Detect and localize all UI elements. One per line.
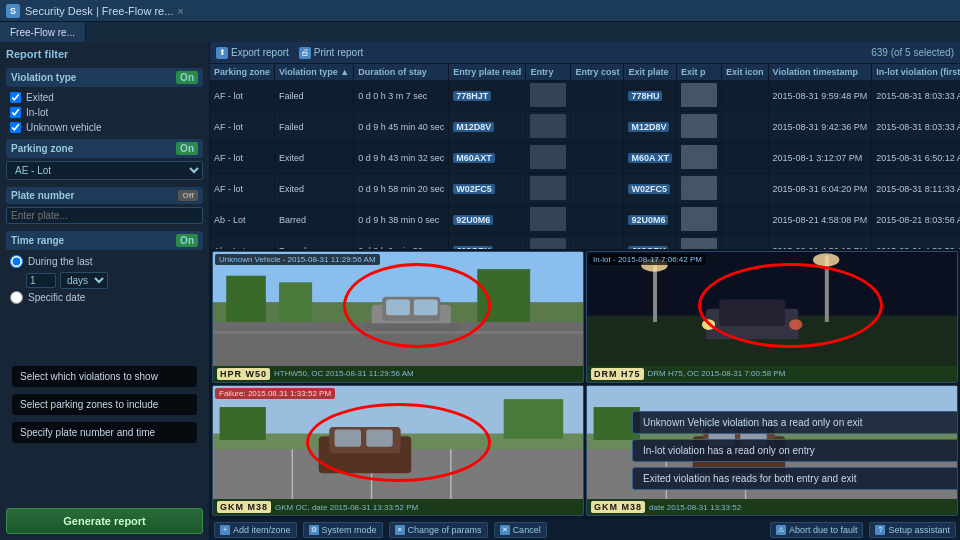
svg-rect-10 bbox=[414, 300, 438, 316]
system-icon: ⚙ bbox=[309, 525, 319, 535]
col-parking-zone[interactable]: Parking zone bbox=[210, 64, 275, 81]
add-icon: + bbox=[220, 525, 230, 535]
svg-rect-26 bbox=[220, 407, 266, 440]
parking-zone-section: Parking zone On bbox=[6, 139, 203, 158]
checkbox-unknown-item: Unknown vehicle bbox=[6, 120, 203, 135]
sidebar: Report filter Violation type On Exited I… bbox=[0, 42, 210, 540]
annotation-plate: Specify plate number and time bbox=[12, 422, 197, 443]
toolbar: ⬆ Export report 🖨 Print report 639 (of 5… bbox=[210, 42, 960, 64]
col-entry-cost[interactable]: Entry cost bbox=[571, 64, 624, 81]
camera-cell-4: GKM M38 date 2015-08-31 13:33:52 Unknown… bbox=[586, 385, 958, 517]
parking-zone-toggle[interactable]: On bbox=[176, 142, 198, 155]
setup-icon: ? bbox=[875, 525, 885, 535]
time-range-toggle[interactable]: On bbox=[176, 234, 198, 247]
abort-button[interactable]: ⚠ Abort due to fault bbox=[770, 522, 864, 538]
tab-free-flow[interactable]: Free-Flow re... bbox=[0, 22, 86, 42]
plate-toggle[interactable]: Off bbox=[178, 190, 198, 201]
app-icon: S bbox=[6, 4, 20, 18]
plate-info-2: DRM H75, OC 2015-08-31 7:00:58 PM bbox=[648, 369, 786, 378]
days-unit-select[interactable]: days bbox=[60, 272, 108, 289]
svg-rect-11 bbox=[213, 331, 583, 334]
camera-label-3: Failure: 2015.08.31 1:33:52 PM bbox=[215, 388, 335, 399]
plate-input[interactable] bbox=[6, 207, 203, 224]
svg-rect-44 bbox=[709, 429, 735, 446]
violation-type-section: Violation type On bbox=[6, 68, 203, 87]
change-params-button[interactable]: ≡ Change of params bbox=[389, 522, 488, 538]
cancel-button[interactable]: ✕ Cancel bbox=[494, 522, 547, 538]
table-row[interactable]: AF - lotFailed0 d 0 h 3 m 7 sec 778HJT 7… bbox=[210, 81, 960, 112]
record-count: 639 (of 5 selected) bbox=[871, 47, 954, 58]
svg-rect-35 bbox=[366, 429, 392, 446]
table-row[interactable]: AF - lotExited0 d 9 h 43 min 32 sec M60A… bbox=[210, 143, 960, 174]
camera-img-4 bbox=[587, 386, 957, 500]
export-icon: ⬆ bbox=[216, 47, 228, 59]
svg-point-21 bbox=[702, 319, 715, 330]
plate-info-4: date 2015-08-31 13:33:52 bbox=[649, 503, 741, 512]
svg-rect-27 bbox=[504, 399, 563, 439]
generate-report-button[interactable]: Generate report bbox=[6, 508, 203, 534]
table-row[interactable]: Ab - LotBarred0 d 0 h 9 min 30 sec J08GP… bbox=[210, 236, 960, 250]
violation-type-label: Violation type bbox=[11, 72, 76, 83]
table-row[interactable]: AF - lotFailed0 d 9 h 45 min 40 sec M12D… bbox=[210, 112, 960, 143]
tab-close[interactable]: × bbox=[177, 5, 183, 17]
time-range-label: Time range bbox=[11, 235, 64, 246]
system-mode-button[interactable]: ⚙ System mode bbox=[303, 522, 383, 538]
checkbox-inlot[interactable] bbox=[10, 107, 21, 118]
print-button[interactable]: 🖨 Print report bbox=[299, 47, 363, 59]
svg-rect-45 bbox=[740, 429, 766, 446]
violations-table: Parking zone Violation type ▲ Duration o… bbox=[210, 64, 960, 249]
annotation-zones: Select parking zones to include bbox=[12, 394, 197, 415]
svg-rect-9 bbox=[386, 300, 410, 316]
filter-title: Report filter bbox=[6, 48, 203, 60]
col-duration[interactable]: Duration of stay bbox=[354, 64, 449, 81]
checkbox-inlot-label: In-lot bbox=[26, 107, 48, 118]
table-row[interactable]: Ab - LotBarred0 d 9 h 38 min 0 sec 92U0M… bbox=[210, 205, 960, 236]
svg-rect-23 bbox=[587, 339, 957, 365]
col-entry-thumb: Entry bbox=[526, 64, 571, 81]
time-range-section: Time range On bbox=[6, 231, 203, 250]
camera-img-1 bbox=[213, 252, 583, 366]
specific-date-label: Specific date bbox=[28, 292, 85, 303]
checkbox-unknown[interactable] bbox=[10, 122, 21, 133]
col-exit-icon: Exit icon bbox=[722, 64, 769, 81]
col-inlot-violation[interactable]: In-lot violation (first... bbox=[872, 64, 960, 81]
camera-img-3 bbox=[213, 386, 583, 500]
checkbox-inlot-item: In-lot bbox=[6, 105, 203, 120]
parking-zone-select[interactable]: AE - Lot bbox=[6, 161, 203, 180]
content-area: ⬆ Export report 🖨 Print report 639 (of 5… bbox=[210, 42, 960, 540]
during-last-radio[interactable] bbox=[10, 255, 23, 268]
checkbox-exited[interactable] bbox=[10, 92, 21, 103]
svg-rect-20 bbox=[719, 300, 785, 326]
plate-tag-2: DRM H75 bbox=[591, 368, 644, 380]
svg-rect-3 bbox=[226, 276, 266, 322]
days-row: days bbox=[6, 272, 203, 289]
col-exit-plate[interactable]: Exit plate bbox=[624, 64, 677, 81]
export-button[interactable]: ⬆ Export report bbox=[216, 47, 289, 59]
violations-table-container[interactable]: Parking zone Violation type ▲ Duration o… bbox=[210, 64, 960, 249]
plate-info-3: GKM OC, date 2015-08-31 13:33:52 PM bbox=[275, 503, 418, 512]
svg-rect-37 bbox=[587, 386, 957, 434]
svg-rect-5 bbox=[477, 269, 530, 322]
plate-strip-4: GKM M38 date 2015-08-31 13:33:52 bbox=[587, 499, 957, 515]
svg-point-22 bbox=[789, 319, 802, 330]
setup-assistant-button[interactable]: ? Setup assistant bbox=[869, 522, 956, 538]
plate-strip-2: DRM H75 DRM H75, OC 2015-08-31 7:00:58 P… bbox=[587, 366, 957, 382]
plate-number-section: Plate number Off bbox=[6, 187, 203, 204]
add-item-zone-button[interactable]: + Add item/zone bbox=[214, 522, 297, 538]
bottom-bar: + Add item/zone ⚙ System mode ≡ Change o… bbox=[210, 518, 960, 540]
camera-label-1: Unknown Vehicle - 2015-08-31 11:29:56 AM bbox=[215, 254, 380, 265]
col-violation-type[interactable]: Violation type ▲ bbox=[275, 64, 354, 81]
plate-strip-3: GKM M38 GKM OC, date 2015-08-31 13:33:52… bbox=[213, 499, 583, 515]
specific-date-radio[interactable] bbox=[10, 291, 23, 304]
during-last-option: During the last bbox=[6, 253, 203, 270]
table-row[interactable]: AF - lotExited0 d 9 h 58 min 20 sec W02F… bbox=[210, 174, 960, 205]
days-input[interactable] bbox=[26, 273, 56, 288]
plate-tag-3: GKM M38 bbox=[217, 501, 271, 513]
camera-cell-2: In-lot - 2015-08-17 7:06:42 PM bbox=[586, 251, 958, 383]
checkbox-exited-label: Exited bbox=[26, 92, 54, 103]
col-violation-ts[interactable]: Violation timestamp bbox=[768, 64, 872, 81]
violation-toggle[interactable]: On bbox=[176, 71, 198, 84]
col-entry-plate[interactable]: Entry plate read bbox=[449, 64, 526, 81]
tab-title: Free-Flow re... bbox=[102, 5, 174, 17]
annotation-violations: Select which violations to show bbox=[12, 366, 197, 387]
